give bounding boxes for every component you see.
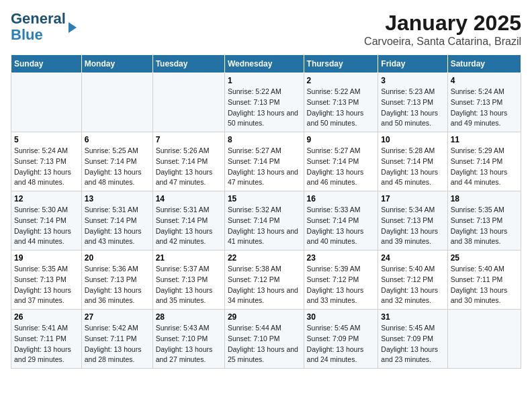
- calendar-cell: 23Sunrise: 5:39 AMSunset: 7:12 PMDayligh…: [304, 250, 378, 310]
- calendar-week-row: 5Sunrise: 5:24 AMSunset: 7:13 PMDaylight…: [11, 132, 521, 191]
- day-number: 31: [381, 312, 444, 322]
- day-info: Sunrise: 5:30 AMSunset: 7:14 PMDaylight:…: [14, 205, 79, 247]
- day-info: Sunrise: 5:41 AMSunset: 7:11 PMDaylight:…: [14, 323, 79, 365]
- day-number: 20: [85, 253, 150, 263]
- day-info: Sunrise: 5:31 AMSunset: 7:14 PMDaylight:…: [85, 205, 150, 247]
- calendar-body: 1Sunrise: 5:22 AMSunset: 7:13 PMDaylight…: [11, 73, 521, 369]
- calendar-cell: 7Sunrise: 5:26 AMSunset: 7:14 PMDaylight…: [152, 132, 224, 191]
- day-info: Sunrise: 5:25 AMSunset: 7:14 PMDaylight:…: [85, 146, 150, 188]
- calendar-week-row: 12Sunrise: 5:30 AMSunset: 7:14 PMDayligh…: [11, 191, 521, 250]
- day-info: Sunrise: 5:22 AMSunset: 7:13 PMDaylight:…: [228, 87, 301, 129]
- calendar-cell: [152, 73, 224, 132]
- day-info: Sunrise: 5:37 AMSunset: 7:13 PMDaylight:…: [156, 264, 222, 306]
- calendar-cell: 16Sunrise: 5:33 AMSunset: 7:14 PMDayligh…: [304, 191, 378, 250]
- day-info: Sunrise: 5:33 AMSunset: 7:14 PMDaylight:…: [307, 205, 375, 247]
- day-number: 1: [228, 76, 301, 85]
- weekday-header: Sunday: [11, 55, 82, 73]
- calendar-cell: 3Sunrise: 5:23 AMSunset: 7:13 PMDaylight…: [378, 73, 447, 132]
- day-info: Sunrise: 5:34 AMSunset: 7:13 PMDaylight:…: [381, 205, 444, 247]
- calendar-week-row: 1Sunrise: 5:22 AMSunset: 7:13 PMDaylight…: [11, 73, 521, 132]
- calendar-cell: [447, 310, 521, 369]
- day-info: Sunrise: 5:22 AMSunset: 7:13 PMDaylight:…: [307, 87, 375, 129]
- day-number: 7: [156, 135, 222, 144]
- day-number: 28: [156, 312, 222, 322]
- calendar-cell: 2Sunrise: 5:22 AMSunset: 7:13 PMDaylight…: [304, 73, 378, 132]
- day-number: 5: [14, 135, 79, 144]
- day-number: 18: [451, 194, 518, 203]
- day-info: Sunrise: 5:31 AMSunset: 7:14 PMDaylight:…: [156, 205, 222, 247]
- calendar-week-row: 26Sunrise: 5:41 AMSunset: 7:11 PMDayligh…: [11, 310, 521, 369]
- day-number: 27: [85, 312, 150, 322]
- day-info: Sunrise: 5:26 AMSunset: 7:14 PMDaylight:…: [156, 146, 222, 188]
- calendar-cell: 25Sunrise: 5:40 AMSunset: 7:11 PMDayligh…: [447, 250, 521, 310]
- day-number: 14: [156, 194, 222, 203]
- calendar-cell: 31Sunrise: 5:45 AMSunset: 7:09 PMDayligh…: [378, 310, 447, 369]
- day-info: Sunrise: 5:27 AMSunset: 7:14 PMDaylight:…: [307, 146, 375, 188]
- day-number: 17: [381, 194, 444, 203]
- page-header: GeneralBlue January 2025 Carvoeira, Sant…: [11, 11, 521, 48]
- calendar-cell: 18Sunrise: 5:35 AMSunset: 7:13 PMDayligh…: [447, 191, 521, 250]
- calendar-cell: 5Sunrise: 5:24 AMSunset: 7:13 PMDaylight…: [11, 132, 82, 191]
- calendar-cell: 1Sunrise: 5:22 AMSunset: 7:13 PMDaylight…: [224, 73, 304, 132]
- day-info: Sunrise: 5:35 AMSunset: 7:13 PMDaylight:…: [14, 264, 79, 306]
- main-title: January 2025: [364, 11, 521, 36]
- day-number: 2: [307, 76, 375, 85]
- calendar-cell: 15Sunrise: 5:32 AMSunset: 7:14 PMDayligh…: [224, 191, 304, 250]
- day-number: 30: [307, 312, 375, 322]
- day-number: 13: [85, 194, 150, 203]
- calendar-cell: 8Sunrise: 5:27 AMSunset: 7:14 PMDaylight…: [224, 132, 304, 191]
- day-number: 21: [156, 253, 222, 263]
- calendar-cell: 9Sunrise: 5:27 AMSunset: 7:14 PMDaylight…: [304, 132, 378, 191]
- day-number: 3: [381, 76, 444, 85]
- calendar-cell: 26Sunrise: 5:41 AMSunset: 7:11 PMDayligh…: [11, 310, 82, 369]
- logo-text: GeneralBlue: [11, 11, 66, 43]
- calendar-week-row: 19Sunrise: 5:35 AMSunset: 7:13 PMDayligh…: [11, 250, 521, 310]
- calendar-cell: 30Sunrise: 5:45 AMSunset: 7:09 PMDayligh…: [304, 310, 378, 369]
- day-info: Sunrise: 5:45 AMSunset: 7:09 PMDaylight:…: [307, 323, 375, 365]
- weekday-header: Friday: [378, 55, 447, 73]
- calendar-cell: 27Sunrise: 5:42 AMSunset: 7:11 PMDayligh…: [81, 310, 152, 369]
- day-info: Sunrise: 5:27 AMSunset: 7:14 PMDaylight:…: [228, 146, 301, 188]
- title-block: January 2025 Carvoeira, Santa Catarina, …: [364, 11, 521, 48]
- subtitle: Carvoeira, Santa Catarina, Brazil: [364, 36, 521, 48]
- calendar-cell: [81, 73, 152, 132]
- calendar-cell: 20Sunrise: 5:36 AMSunset: 7:13 PMDayligh…: [81, 250, 152, 310]
- calendar-cell: 12Sunrise: 5:30 AMSunset: 7:14 PMDayligh…: [11, 191, 82, 250]
- day-number: 11: [451, 135, 518, 144]
- day-number: 16: [307, 194, 375, 203]
- calendar-table: SundayMondayTuesdayWednesdayThursdayFrid…: [11, 54, 521, 369]
- day-info: Sunrise: 5:43 AMSunset: 7:10 PMDaylight:…: [156, 323, 222, 365]
- weekday-header: Thursday: [304, 55, 378, 73]
- day-number: 22: [228, 253, 301, 263]
- day-number: 26: [14, 312, 79, 322]
- day-number: 25: [451, 253, 518, 263]
- day-info: Sunrise: 5:29 AMSunset: 7:14 PMDaylight:…: [451, 146, 518, 188]
- calendar-cell: 17Sunrise: 5:34 AMSunset: 7:13 PMDayligh…: [378, 191, 447, 250]
- day-info: Sunrise: 5:38 AMSunset: 7:12 PMDaylight:…: [228, 264, 301, 306]
- weekday-header: Monday: [81, 55, 152, 73]
- day-number: 15: [228, 194, 301, 203]
- calendar-cell: [11, 73, 82, 132]
- day-info: Sunrise: 5:32 AMSunset: 7:14 PMDaylight:…: [228, 205, 301, 247]
- day-info: Sunrise: 5:24 AMSunset: 7:13 PMDaylight:…: [451, 87, 518, 129]
- day-info: Sunrise: 5:42 AMSunset: 7:11 PMDaylight:…: [85, 323, 150, 365]
- calendar-cell: 13Sunrise: 5:31 AMSunset: 7:14 PMDayligh…: [81, 191, 152, 250]
- calendar-cell: 4Sunrise: 5:24 AMSunset: 7:13 PMDaylight…: [447, 73, 521, 132]
- day-number: 12: [14, 194, 79, 203]
- calendar-header-row: SundayMondayTuesdayWednesdayThursdayFrid…: [11, 55, 521, 73]
- day-number: 23: [307, 253, 375, 263]
- calendar-cell: 10Sunrise: 5:28 AMSunset: 7:14 PMDayligh…: [378, 132, 447, 191]
- day-number: 6: [85, 135, 150, 144]
- day-number: 4: [451, 76, 518, 85]
- day-info: Sunrise: 5:40 AMSunset: 7:11 PMDaylight:…: [451, 264, 518, 306]
- day-info: Sunrise: 5:28 AMSunset: 7:14 PMDaylight:…: [381, 146, 444, 188]
- day-info: Sunrise: 5:45 AMSunset: 7:09 PMDaylight:…: [381, 323, 444, 365]
- calendar-cell: 11Sunrise: 5:29 AMSunset: 7:14 PMDayligh…: [447, 132, 521, 191]
- day-info: Sunrise: 5:40 AMSunset: 7:12 PMDaylight:…: [381, 264, 444, 306]
- logo: GeneralBlue: [11, 11, 77, 43]
- calendar-cell: 19Sunrise: 5:35 AMSunset: 7:13 PMDayligh…: [11, 250, 82, 310]
- calendar-cell: 6Sunrise: 5:25 AMSunset: 7:14 PMDaylight…: [81, 132, 152, 191]
- weekday-header: Tuesday: [152, 55, 224, 73]
- day-number: 10: [381, 135, 444, 144]
- day-info: Sunrise: 5:44 AMSunset: 7:10 PMDaylight:…: [228, 323, 301, 365]
